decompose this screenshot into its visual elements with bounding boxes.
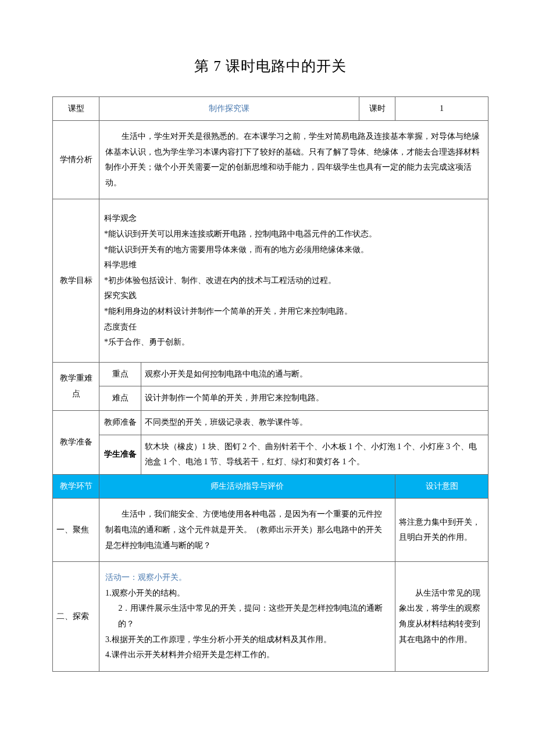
row-prep-2: 学生准备 软木块（橡皮）1 块、图钉 2 个、曲别针若干个、小木板 1 个、小灯… xyxy=(53,435,488,474)
analysis-content: 生活中，学生对开关是很熟悉的。在本课学习之前，学生对简易电路及连接基本掌握，对导… xyxy=(105,129,482,191)
row-goals: 教学目标 科学观念 *能认识到开关可以用来连接或断开电路，控制电路中电器元件的工… xyxy=(53,199,488,362)
row-keypoint-1: 教学重难点 重点 观察小开关是如何控制电路中电流的通与断。 xyxy=(53,362,488,386)
page-title: 第 7 课时电路中的开关 xyxy=(52,52,488,80)
row-prep-1: 教学准备 教师准备 不同类型的开关，班级记录表、教学课件等。 xyxy=(53,411,488,435)
label-analysis: 学情分析 xyxy=(53,121,99,199)
text-zhongdian: 观察小开关是如何控制电路中电流的通与断。 xyxy=(141,362,488,386)
label-period: 课时 xyxy=(359,96,395,121)
focus-content: 生活中，我们能安全、方便地使用各种电器，是因为有一个重要的元件控制着电流的通和断… xyxy=(105,507,389,553)
row-keypoint-2: 难点 设计并制作一个简单的开关，并用它来控制电路。 xyxy=(53,386,488,411)
row-explore: 二、探索 活动一：观察小开关。 1.观察小开关的结构。 2．用课件展示生活中常见… xyxy=(53,562,488,672)
text-nandian: 设计并制作一个简单的开关，并用它来控制电路。 xyxy=(141,386,488,411)
goals-g5: *乐于合作、勇于创新。 xyxy=(104,335,483,350)
goals-h2: 科学思维 xyxy=(104,257,483,273)
row-course-type: 课型 制作探究课 课时 1 xyxy=(53,96,488,121)
row-analysis: 学情分析 生活中，学生对开关是很熟悉的。在本课学习之前，学生对简易电路及连接基本… xyxy=(53,121,488,199)
label-focus: 一、聚焦 xyxy=(53,499,99,562)
goals-g1: *能认识到开关可以用来连接或断开电路，控制电路中电器元件的工作状态。 xyxy=(104,227,483,242)
explore-l2-text: ．用课件展示生活中常见的开关，提问：这些开关是怎样控制电流的通断的？ xyxy=(118,604,383,628)
label-prep: 教学准备 xyxy=(53,411,99,475)
text-explore: 活动一：观察小开关。 1.观察小开关的结构。 2．用课件展示生活中常见的开关，提… xyxy=(99,562,395,672)
intent-explore-content: 从生活中常见的现象出发，将学生的观察角度从材料结构转变到其在电路中的作用。 xyxy=(399,586,484,647)
text-focus: 生活中，我们能安全、方便地使用各种电器，是因为有一个重要的元件控制着电流的通和断… xyxy=(99,499,395,562)
row-focus: 一、聚焦 生活中，我们能安全、方便地使用各种电器，是因为有一个重要的元件控制着电… xyxy=(53,499,488,562)
goals-g3: *初步体验包括设计、制作、改进在内的技术与工程活动的过程。 xyxy=(104,273,483,289)
label-course-type: 课型 xyxy=(53,96,99,121)
intent-focus: 将注意力集中到开关，且明白开关的作用。 xyxy=(395,499,488,562)
explore-l4: 4.课件出示开关材料并介绍开关是怎样工作的。 xyxy=(105,647,389,663)
activity-title: 活动一：观察小开关。 xyxy=(105,570,389,586)
lesson-plan-table: 课型 制作探究课 课时 1 学情分析 生活中，学生对开关是很熟悉的。在本课学习之… xyxy=(52,96,488,672)
text-student-prep: 软木块（橡皮）1 块、图钉 2 个、曲别针若干个、小木板 1 个、小灯泡 1 个… xyxy=(141,435,488,474)
value-course-type: 制作探究课 xyxy=(99,96,359,121)
text-teacher-prep: 不同类型的开关，班级记录表、教学课件等。 xyxy=(141,411,488,435)
goals-h3: 探究实践 xyxy=(104,288,483,304)
hdr-activity: 师生活动指导与评价 xyxy=(99,474,395,499)
row-section-header: 教学环节 师生活动指导与评价 设计意图 xyxy=(53,474,488,499)
value-period: 1 xyxy=(395,96,488,121)
goals-content: 科学观念 *能认识到开关可以用来连接或断开电路，控制电路中电器元件的工作状态。 … xyxy=(99,199,488,362)
label-student-prep: 学生准备 xyxy=(99,435,141,474)
label-goals: 教学目标 xyxy=(53,199,99,362)
explore-l2-num: 2 xyxy=(105,604,122,612)
goals-h4: 态度责任 xyxy=(104,320,483,335)
explore-l3: 3.根据开关的工作原理，学生分析小开关的组成材料及其作用。 xyxy=(105,632,389,648)
hdr-stage: 教学环节 xyxy=(53,474,99,499)
explore-l1: 1.观察小开关的结构。 xyxy=(105,586,389,601)
label-keypoints: 教学重难点 xyxy=(53,362,99,410)
goals-h1: 科学观念 xyxy=(104,211,483,227)
intent-explore: 从生活中常见的现象出发，将学生的观察角度从材料结构转变到其在电路中的作用。 xyxy=(395,562,488,672)
explore-l2: 2．用课件展示生活中常见的开关，提问：这些开关是怎样控制电流的通断的？ xyxy=(105,601,389,632)
label-zhongdian: 重点 xyxy=(99,362,141,386)
hdr-intent: 设计意图 xyxy=(395,474,488,499)
goals-g2: *能认识到开关有的地方需要用导体来做，而有的地方必须用绝缘体来做。 xyxy=(104,242,483,258)
label-teacher-prep: 教师准备 xyxy=(99,411,141,435)
label-explore: 二、探索 xyxy=(53,562,99,672)
goals-g4: *能利用身边的材料设计并制作一个简单的开关，并用它来控制电路。 xyxy=(104,304,483,320)
label-nandian: 难点 xyxy=(99,386,141,411)
text-analysis: 生活中，学生对开关是很熟悉的。在本课学习之前，学生对简易电路及连接基本掌握，对导… xyxy=(99,121,488,199)
